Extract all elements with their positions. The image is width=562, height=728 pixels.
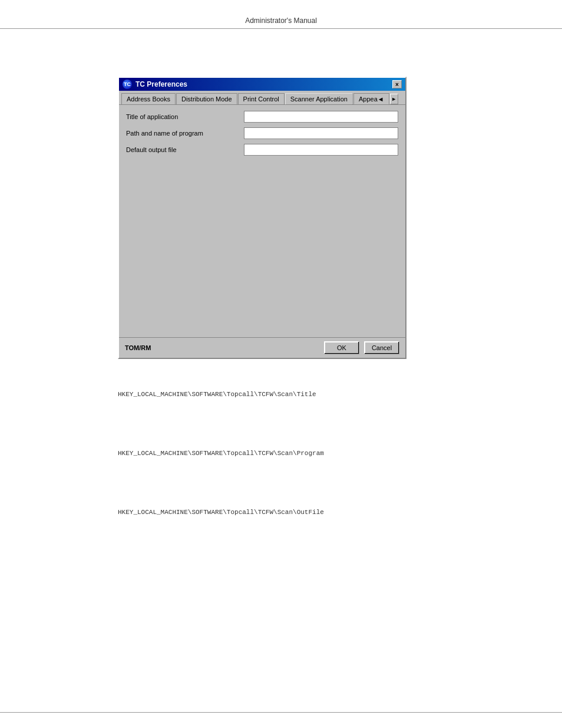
dialog-container: TC TC Preferences × Address Books Distri… [118, 77, 406, 359]
tabs-bar: Address Books Distribution Mode Print Co… [119, 91, 405, 104]
registry-key-program-text: HKEY_LOCAL_MACHINE\SOFTWARE\Topcall\TCFW… [118, 450, 324, 457]
dialog-title-left: TC TC Preferences [123, 80, 187, 89]
tab-scanner-application[interactable]: Scanner Application [285, 93, 353, 104]
tabs-scroll-right-button[interactable]: ► [390, 94, 398, 104]
dialog-close-button[interactable]: × [392, 80, 402, 88]
footer-label: TOM/RM [125, 344, 151, 351]
input-title-of-application[interactable] [244, 111, 398, 123]
registry-key-outfile-text: HKEY_LOCAL_MACHINE\SOFTWARE\Topcall\TCFW… [118, 509, 324, 516]
dialog-titlebar: TC TC Preferences × [119, 78, 405, 91]
cancel-button[interactable]: Cancel [364, 341, 399, 354]
field-row-path: Path and name of program [126, 127, 398, 139]
field-row-title: Title of application [126, 111, 398, 123]
dialog-content-area [126, 160, 398, 331]
tab-appea[interactable]: Appea◄ [353, 93, 389, 104]
footer-buttons: OK Cancel [324, 341, 399, 354]
registry-key-title-text: HKEY_LOCAL_MACHINE\SOFTWARE\Topcall\TCFW… [118, 391, 316, 398]
registry-key-outfile: HKEY_LOCAL_MACHINE\SOFTWARE\Topcall\TCFW… [118, 507, 324, 516]
tab-print-control[interactable]: Print Control [238, 93, 285, 104]
dialog-title-text: TC Preferences [135, 80, 187, 88]
label-path-and-name-of-program: Path and name of program [126, 130, 244, 137]
registry-key-title: HKEY_LOCAL_MACHINE\SOFTWARE\Topcall\TCFW… [118, 389, 316, 398]
input-path-and-name-of-program[interactable] [244, 127, 398, 139]
registry-key-program: HKEY_LOCAL_MACHINE\SOFTWARE\Topcall\TCFW… [118, 448, 324, 457]
dialog-footer: TOM/RM OK Cancel [119, 337, 405, 358]
page-footer [0, 712, 562, 716]
label-default-output-file: Default output file [126, 146, 244, 153]
tc-preferences-dialog: TC TC Preferences × Address Books Distri… [118, 77, 406, 359]
ok-button[interactable]: OK [324, 341, 359, 354]
tab-distribution-mode[interactable]: Distribution Mode [176, 93, 237, 104]
input-default-output-file[interactable] [244, 144, 398, 156]
field-row-output: Default output file [126, 144, 398, 156]
page-header: Administrator's Manual [0, 17, 562, 29]
dialog-body: Title of application Path and name of pr… [119, 104, 405, 337]
tab-address-books[interactable]: Address Books [121, 93, 176, 104]
label-title-of-application: Title of application [126, 113, 244, 120]
dialog-icon: TC [123, 80, 132, 89]
